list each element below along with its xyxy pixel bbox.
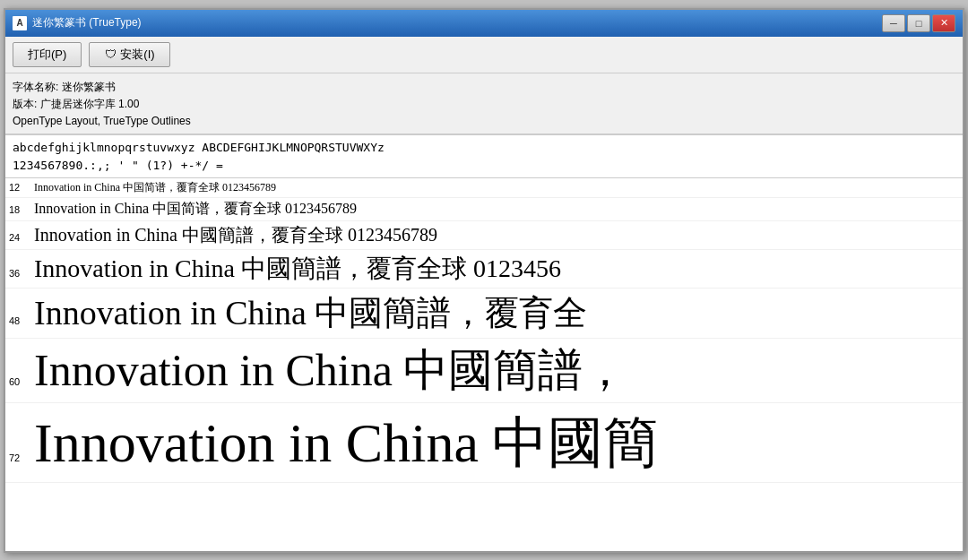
- font-preview-row: 60Innovation in China 中國簡譜，: [5, 339, 963, 403]
- font-preview-row: 72Innovation in China 中國簡: [5, 403, 963, 483]
- font-info-section: 字体名称: 迷你繁篆书 版本: 广捷居迷你字库 1.00 OpenType La…: [5, 73, 963, 135]
- font-size-label: 48: [9, 314, 34, 326]
- font-sample-text: Innovation in China 中国简谱，覆育全球 0123456789: [34, 180, 276, 195]
- font-size-label: 12: [9, 180, 34, 193]
- minimize-button[interactable]: ─: [882, 14, 905, 32]
- font-size-label: 72: [9, 451, 34, 463]
- sample-line-2: 1234567890.:,; ' " (1?) +-*/ =: [13, 157, 955, 175]
- font-size-label: 24: [9, 230, 34, 243]
- title-bar: A 迷你繁篆书 (TrueType) ─ □ ✕: [5, 10, 963, 37]
- title-buttons: ─ □ ✕: [882, 14, 955, 32]
- font-name-line: 字体名称: 迷你繁篆书: [13, 79, 955, 96]
- main-window: A 迷你繁篆书 (TrueType) ─ □ ✕ 打印(P) 🛡 安装(I) 字…: [4, 8, 964, 553]
- font-preview-row: 12Innovation in China 中国简谱，覆育全球 01234567…: [5, 178, 963, 198]
- font-sample-text: Innovation in China 中國簡: [34, 405, 659, 480]
- app-icon: A: [13, 16, 27, 30]
- font-preview-row: 48Innovation in China 中國簡譜，覆育全: [5, 289, 963, 339]
- install-button[interactable]: 🛡 安装(I): [89, 42, 169, 67]
- font-type-line: OpenType Layout, TrueType Outlines: [13, 113, 955, 130]
- font-sample-text: Innovation in China 中國簡譜，覆育全: [34, 290, 587, 336]
- font-preview-row: 18Innovation in China 中国简谱，覆育全球 01234567…: [5, 198, 963, 221]
- sample-line-1: abcdefghijklmnopqrstuvwxyz ABCDEFGHIJKLM…: [13, 139, 955, 157]
- font-version-line: 版本: 广捷居迷你字库 1.00: [13, 96, 955, 113]
- font-size-label: 36: [9, 266, 34, 279]
- font-size-label: 18: [9, 202, 34, 215]
- print-button[interactable]: 打印(P): [13, 42, 82, 67]
- font-preview-row: 36Innovation in China 中國簡譜，覆育全球 0123456: [5, 250, 963, 289]
- install-label: 安装(I): [120, 47, 154, 63]
- title-bar-left: A 迷你繁篆书 (TrueType): [13, 15, 142, 30]
- font-sample-text: Innovation in China 中国简谱，覆育全球 0123456789: [34, 200, 357, 219]
- font-size-label: 60: [9, 375, 34, 387]
- maximize-button[interactable]: □: [907, 14, 930, 32]
- font-sample-text: Innovation in China 中國簡譜，: [34, 340, 627, 401]
- font-sample-text: Innovation in China 中國簡譜，覆育全球 0123456789: [34, 223, 437, 247]
- close-button[interactable]: ✕: [932, 14, 955, 32]
- preview-area[interactable]: 12Innovation in China 中国简谱，覆育全球 01234567…: [5, 177, 963, 550]
- shield-icon: 🛡: [104, 48, 117, 61]
- font-preview-row: 24Innovation in China 中國簡譜，覆育全球 01234567…: [5, 221, 963, 250]
- print-label: 打印(P): [28, 47, 66, 63]
- toolbar: 打印(P) 🛡 安装(I): [5, 37, 963, 73]
- sample-area: abcdefghijklmnopqrstuvwxyz ABCDEFGHIJKLM…: [5, 134, 963, 177]
- font-sample-text: Innovation in China 中國簡譜，覆育全球 0123456: [34, 252, 561, 286]
- window-title: 迷你繁篆书 (TrueType): [32, 15, 142, 30]
